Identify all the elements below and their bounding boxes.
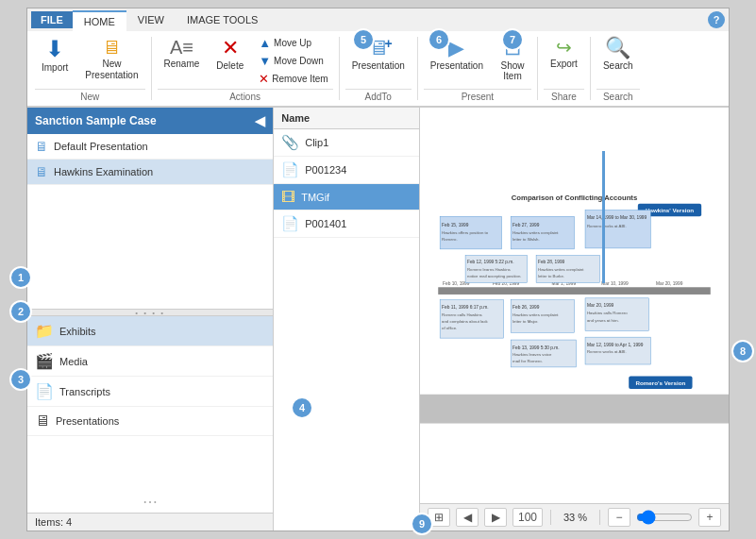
zoom-slider[interactable]	[636, 510, 693, 525]
pres-icon-hawkins: 🖥	[35, 164, 48, 179]
right-panel: Comparison of Conflicting Accounts Hawki…	[420, 108, 729, 531]
item-clip1[interactable]: 📎 Clip1	[274, 129, 419, 157]
cat-item-presentations-label: Presentations	[56, 415, 119, 427]
next-page-button[interactable]: ▶	[484, 508, 507, 527]
callout-4: 4	[291, 396, 313, 419]
box-bot-small2-line1: Romero works at ABI.	[587, 349, 627, 354]
import-button[interactable]: ⬇ Import	[35, 35, 75, 76]
ribbon-group-new: ⬇ Import 🖥 NewPresentation New	[35, 35, 145, 102]
timeline-chart: Comparison of Conflicting Accounts Hawki…	[420, 108, 729, 503]
help-button[interactable]: ?	[708, 11, 725, 28]
panel-resize[interactable]: • • • •	[27, 309, 273, 316]
box-top-2-line1: Hawkins writes complaint	[512, 230, 559, 235]
box-bot-1-line1: Romero calls Hawkins	[442, 312, 482, 317]
zoom-fit-icon: 100	[518, 511, 537, 524]
app-container: 1 2 3 4 5 6 7 8 9 FILE HOME VIEW IMAGE T…	[0, 0, 756, 539]
cat-item-transcripts[interactable]: 📄 Transcripts	[27, 377, 273, 407]
zoom-in-button[interactable]: +	[698, 508, 721, 527]
items-header: Name	[274, 108, 419, 129]
presentations-list: 🖥 Default Presentation 🖥 Hawkins Examina…	[27, 134, 273, 309]
callout-1: 1	[9, 266, 32, 289]
timeline-bar	[438, 287, 711, 295]
cat-item-media[interactable]: 🎬 Media	[27, 346, 273, 377]
zoom-percent: 33 %	[559, 512, 592, 523]
cat-item-presentations[interactable]: 🖥 Presentations	[27, 407, 273, 436]
p001401-icon: 📄	[281, 215, 299, 232]
box-bot-2-line2: letter to Major.	[512, 319, 538, 324]
tmgif-icon: 🎞	[281, 189, 295, 205]
box-top-3-date: Mar 14, 1999 to Mar 30, 1999	[587, 215, 647, 220]
pres-item-default[interactable]: 🖥 Default Presentation	[27, 134, 273, 160]
item-p001234-label: P001234	[305, 164, 346, 176]
rename-button[interactable]: A≡ Rename	[158, 35, 207, 72]
callout-3: 3	[9, 368, 32, 391]
item-p001401-label: P001401	[305, 218, 346, 229]
callout-5: 5	[352, 28, 375, 51]
cat-item-exhibits[interactable]: 📁 Exhibits	[27, 316, 273, 346]
p001234-icon: 📄	[281, 161, 299, 178]
item-tmgif[interactable]: 🎞 TMGif	[274, 184, 419, 211]
tab-view[interactable]: VIEW	[126, 10, 176, 29]
callout-8: 8	[731, 340, 754, 362]
box-bot-1-line2: and complains about lack	[442, 319, 489, 324]
hawkins-version-label: Hawkins' Version	[646, 207, 694, 213]
tab-home[interactable]: HOME	[73, 10, 126, 31]
move-down-button[interactable]: ▼ Move Down	[254, 53, 332, 69]
zoom-out-button[interactable]: −	[608, 508, 630, 527]
callout-2: 2	[9, 300, 32, 323]
separator-2	[339, 37, 340, 100]
scroll-indicator: ⋯	[27, 491, 273, 513]
status-bar: Items: 4	[27, 513, 273, 531]
new-presentation-label: NewPresentation	[85, 59, 138, 81]
ribbon-group-search-label: Search	[596, 89, 640, 102]
ribbon-tabs: FILE HOME VIEW IMAGE TOOLS ?	[27, 8, 729, 31]
items-header-label: Name	[281, 112, 310, 124]
box-top-3-line1: Romero works at ABI.	[587, 224, 627, 228]
move-up-button[interactable]: ▲ Move Up	[254, 35, 332, 51]
prev-page-button[interactable]: ◀	[456, 508, 479, 527]
ribbon-group-addto-label: AddTo	[345, 89, 412, 102]
box-top-2-line2: letter to Walsh.	[512, 237, 540, 242]
collapse-arrow[interactable]: ◀	[255, 113, 265, 128]
search-label: Search	[603, 60, 633, 71]
ribbon-group-share-items: ↪ Export	[544, 35, 584, 87]
item-p001401[interactable]: 📄 P001401	[274, 211, 419, 238]
zoom-fit-button[interactable]: 100	[512, 508, 543, 527]
presentation-label: Presentation	[430, 60, 483, 71]
tab-file[interactable]: FILE	[31, 11, 73, 28]
callout-9: 9	[411, 513, 433, 535]
preview-area: Comparison of Conflicting Accounts Hawki…	[420, 108, 729, 503]
remove-item-label: Remove Item	[272, 74, 328, 84]
rename-icon: A≡	[170, 38, 193, 57]
search-icon: 🔍	[605, 38, 630, 59]
ribbon-group-search: 🔍 Search Search	[596, 35, 640, 102]
media-icon: 🎬	[35, 352, 54, 370]
move-down-icon: ▼	[259, 55, 271, 67]
item-p001234[interactable]: 📄 P001234	[274, 157, 419, 184]
left-panel: Sanction Sample Case ◀ 🖥 Default Present…	[27, 108, 274, 531]
move-down-label: Move Down	[274, 56, 324, 66]
remove-item-button[interactable]: ✕ Remove Item	[254, 71, 332, 87]
body-area: Sanction Sample Case ◀ 🖥 Default Present…	[27, 108, 729, 531]
clip1-icon: 📎	[281, 134, 299, 151]
ribbon: FILE HOME VIEW IMAGE TOOLS ? ⬇ Import	[27, 8, 729, 108]
export-button[interactable]: ↪ Export	[544, 35, 584, 72]
box-top-2-date: Feb 27, 1999	[512, 223, 540, 227]
tb-separator-1	[550, 510, 551, 525]
rename-label: Rename	[164, 59, 200, 69]
center-panel-border	[602, 151, 605, 283]
presentations-icon: 🖥	[35, 413, 50, 430]
delete-button[interactable]: ✕ Delete	[210, 35, 250, 74]
pres-item-hawkins[interactable]: 🖥 Hawkins Examination	[27, 160, 273, 185]
new-presentation-button[interactable]: 🖥 NewPresentation	[78, 35, 144, 84]
case-name: Sanction Sample Case	[35, 114, 157, 127]
add-presentation-label: Presentation	[352, 60, 405, 71]
box-small-line1: Romero learns Hawkins	[467, 267, 511, 272]
box-bot-2-date: Feb 26, 1999	[512, 305, 540, 310]
box-bot-1-line3: of office.	[442, 326, 457, 330]
tab-image-tools[interactable]: IMAGE TOOLS	[176, 10, 269, 29]
box-small2-line1: Hawkins writes complaint	[538, 267, 584, 272]
new-presentation-icon: 🖥	[102, 38, 121, 57]
search-button[interactable]: 🔍 Search	[596, 35, 640, 74]
ribbon-group-actions: A≡ Rename ✕ Delete ▲ Move Up	[158, 35, 333, 102]
